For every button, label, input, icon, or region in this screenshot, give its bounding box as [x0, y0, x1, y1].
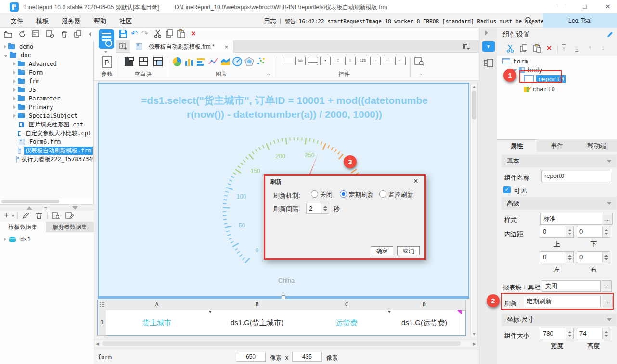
minimize-button[interactable]: —	[553, 2, 568, 12]
absolute-block-icon[interactable]	[153, 56, 163, 67]
textarea-widget-icon[interactable]: ≡	[370, 57, 381, 65]
canvas-vscrollbar[interactable]: ▲ ▼	[470, 83, 478, 338]
file-tree-item-frm[interactable]: frm	[0, 77, 93, 86]
text-widget-icon[interactable]	[283, 57, 293, 65]
file-tree-item-Primary[interactable]: Primary	[0, 103, 93, 112]
report-block-sheet[interactable]: A B C D 1 货主城市 ds1.G(货主城市) 运货费 ds1.G(运货费…	[97, 300, 466, 336]
delete-template-icon[interactable]	[61, 30, 68, 38]
radar-chart-icon[interactable]	[244, 56, 255, 67]
padding-top-spinner[interactable]: 0	[540, 226, 574, 238]
treelist-widget-icon[interactable]: ⁞⁞	[333, 57, 343, 65]
batch-edit-dataset-icon[interactable]	[65, 212, 74, 219]
copy-template-icon[interactable]	[74, 30, 82, 38]
scroll-up-icon[interactable]: ▲	[471, 84, 477, 89]
padding-bottom-spinner[interactable]: 0	[577, 226, 610, 238]
edit-dataset-icon[interactable]	[22, 212, 29, 219]
section-advanced[interactable]: 高级	[502, 197, 617, 210]
close-tab-icon[interactable]: ×	[225, 43, 229, 50]
radio-monitor-refresh[interactable]: 监控刷新	[379, 190, 413, 199]
radio-periodic-refresh[interactable]: 定期刷新	[340, 190, 374, 199]
expand-icon[interactable]	[13, 114, 16, 118]
move-down-icon[interactable]: ↓	[601, 44, 604, 51]
cut-icon[interactable]	[154, 29, 163, 38]
splitter-up-icon[interactable]	[26, 206, 32, 210]
move-to-bottom-icon[interactable]: ↓	[575, 44, 578, 52]
radio-periodic-icon[interactable]	[340, 190, 347, 198]
column-header-d[interactable]: D	[387, 300, 462, 311]
menu-file[interactable]: 文件	[11, 17, 23, 25]
tab-template-dataset[interactable]: 模板数据集	[0, 222, 46, 232]
date-widget-icon[interactable]: ⠿	[345, 57, 356, 65]
menu-template[interactable]: 模板	[36, 17, 49, 25]
expand-icon[interactable]	[13, 71, 16, 75]
column-chart-icon[interactable]	[184, 56, 194, 67]
scrollbar-thumb[interactable]	[102, 341, 461, 346]
scrollbar-thumb[interactable]	[1, 200, 59, 203]
file-tree-item-cpt[interactable]: 自定义参数大小比较.cpt	[0, 129, 93, 138]
widget-tree-item-form[interactable]: form	[502, 58, 528, 65]
column-header-b[interactable]: B	[208, 300, 307, 311]
visible-checkbox[interactable]: ✓	[503, 186, 511, 193]
gauge-chart-icon[interactable]	[232, 56, 243, 67]
spinner-arrows-icon[interactable]	[602, 226, 610, 237]
file-tree-item-Form6frm[interactable]: Form6.frm	[0, 138, 93, 146]
panel-splitter[interactable]: =	[0, 204, 94, 210]
redo-icon[interactable]: ↷	[140, 29, 150, 38]
radio-close-icon[interactable]	[311, 190, 318, 198]
add-dataset-caret-icon[interactable]	[11, 215, 15, 217]
scrollbar-thumb[interactable]	[472, 91, 476, 120]
expand-icon[interactable]	[13, 97, 16, 100]
label-widget-icon[interactable]: lab	[295, 57, 306, 65]
log-button[interactable]: 日志	[264, 17, 276, 25]
file-tree-item-Advanced[interactable]: Advanced	[0, 60, 93, 68]
collapse-panel-icon[interactable]	[89, 32, 91, 37]
section-coordinates[interactable]: 坐标·尺寸	[502, 314, 617, 326]
undo-icon[interactable]: ↶	[129, 29, 139, 38]
bar-chart-icon[interactable]	[196, 56, 206, 67]
copy-icon[interactable]	[166, 29, 174, 38]
area-chart-icon[interactable]	[220, 56, 231, 67]
search-icon[interactable]	[525, 16, 533, 25]
new-document-icon[interactable]	[119, 43, 128, 51]
file-tree-hscrollbar[interactable]	[0, 199, 93, 204]
delete-icon[interactable]: ×	[189, 29, 198, 38]
sheet-corner[interactable]	[98, 300, 106, 311]
maximize-button[interactable]: □	[578, 2, 592, 12]
save-icon[interactable]	[119, 29, 128, 38]
move-up-icon[interactable]: ↑	[588, 44, 591, 51]
style-more-button[interactable]: ...	[603, 213, 613, 225]
expand-icon[interactable]	[4, 55, 8, 57]
form-height-input[interactable]: 435	[292, 352, 322, 362]
expand-icon[interactable]	[13, 62, 16, 66]
dialog-close-icon[interactable]: ×	[411, 176, 421, 186]
dataset-item-ds1[interactable]: ds1	[0, 235, 94, 244]
user-account[interactable]: Leo. Tsai	[543, 13, 617, 28]
close-button[interactable]: ✕	[601, 2, 615, 12]
menu-help[interactable]: 帮助	[94, 17, 106, 25]
block-toolbar-more-button[interactable]: ...	[602, 280, 612, 292]
file-tree-item-222_15783734950[interactable]: 执行力看板222_15783734950	[0, 155, 93, 163]
refresh-icon[interactable]	[18, 30, 26, 38]
padding-left-spinner[interactable]: 0	[540, 251, 574, 263]
expand-panel-icon[interactable]	[485, 30, 488, 35]
file-tree-item-demo[interactable]: demo	[0, 42, 93, 51]
tab-block-icon[interactable]	[138, 56, 149, 67]
template-settings-icon[interactable]	[46, 30, 54, 38]
copy-widget-icon[interactable]	[520, 44, 528, 53]
file-tree-item-JS[interactable]: JS	[0, 86, 93, 94]
radio-monitor-icon[interactable]	[379, 190, 386, 198]
cell-d1[interactable]: ds1.G(运货费)	[387, 310, 462, 335]
widget-settings-tool-button[interactable]: ▼	[482, 41, 495, 52]
spinner-arrows-icon[interactable]	[602, 328, 610, 339]
interval-spinner[interactable]: 2	[306, 203, 329, 214]
spinner-arrows-icon[interactable]	[321, 203, 329, 213]
new-folder-icon[interactable]	[4, 30, 12, 38]
cut-widget-icon[interactable]	[506, 44, 515, 53]
tab-mobile[interactable]: 移动端	[577, 139, 617, 152]
spinner-arrows-icon[interactable]	[602, 252, 610, 263]
resize-handle[interactable]	[282, 295, 285, 299]
menu-community[interactable]: 社区	[119, 17, 132, 25]
block-toolbar-input[interactable]: 关闭	[542, 280, 601, 292]
pie-chart-icon[interactable]	[172, 56, 182, 67]
ok-button[interactable]: 确定	[371, 246, 393, 255]
